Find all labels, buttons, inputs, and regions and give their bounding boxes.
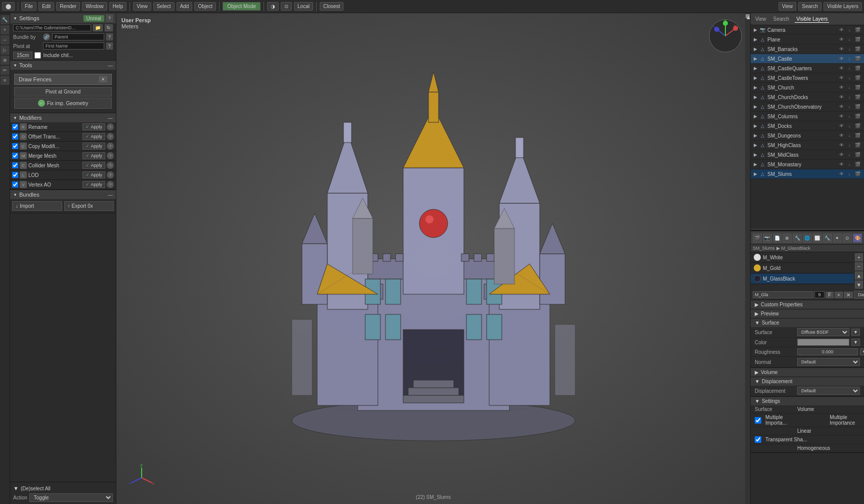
surface-header[interactable]: ▼ Surface [751,318,864,327]
plane-select-btn[interactable]: ↓ [846,36,853,43]
barracks-render-btn[interactable]: 🎬 [854,45,861,53]
castle-render-btn[interactable]: 🎬 [854,55,861,62]
roughness-input[interactable] [797,348,858,355]
custom-props-header[interactable]: ▶ Custom Properties [751,300,864,309]
edit-menu-btn[interactable]: Edit [38,2,54,11]
view-menu-btn[interactable]: View [133,2,151,11]
slums-render-btn[interactable]: 🎬 [854,170,861,177]
cd-visibility-btn[interactable]: 👁 [838,94,845,101]
cd-select-btn[interactable]: ↓ [846,94,853,101]
preview-header[interactable]: ▶ Preview [751,309,864,318]
bundles-collapse-btn[interactable]: — [108,192,113,198]
dun-render-btn[interactable]: 🎬 [854,132,861,139]
barracks-select-btn[interactable]: ↓ [846,45,853,53]
vertexao-checkbox[interactable] [12,181,18,188]
prop-output-icon-btn[interactable]: 📄 [773,234,782,243]
multiple-importance-checkbox[interactable] [755,417,761,424]
file-menu-btn[interactable]: File [21,2,36,11]
misc-icon-btn[interactable]: ≡ [1,76,10,85]
outliner-item-midclass[interactable]: ▶ △ SM_MidClass 👁 ↓ 🎬 [751,150,864,160]
docks-visibility-btn[interactable]: 👁 [838,122,845,129]
mode-selector[interactable]: Object Mode [223,2,261,11]
collider-checkbox[interactable] [12,162,18,168]
mat-add-slot-btn[interactable]: + [835,292,843,298]
co-select-btn[interactable]: ↓ [846,103,853,110]
padding-input[interactable]: 15cm [13,52,32,59]
offset-checkbox[interactable] [12,133,18,140]
transparent-sha-checkbox[interactable] [755,436,761,443]
copy-help-btn[interactable]: ? [107,143,114,150]
slums-visibility-btn[interactable]: 👁 [838,170,845,177]
window-menu-btn[interactable]: Window [82,2,107,11]
action-select[interactable]: Toggle [29,493,113,502]
docks-render-btn[interactable]: 🎬 [854,122,861,129]
mc-render-btn[interactable]: 🎬 [854,151,861,158]
vertexao-apply-btn[interactable]: ✓ Apply [82,181,105,188]
outliner-item-castletowers[interactable]: ▶ △ SM_CastleTowers 👁 ↓ 🎬 [751,73,864,83]
pivot-help-btn[interactable]: ? [106,42,113,50]
relations-icon-btn[interactable]: ↔ [1,35,10,44]
prop-physics-icon-btn[interactable]: ⊙ [843,234,852,243]
mat-remove-btn[interactable]: − [855,262,863,270]
slums-select-btn[interactable]: ↓ [846,170,853,177]
lod-checkbox[interactable] [12,172,18,178]
dun-select-btn[interactable]: ↓ [846,132,853,139]
docks-select-btn[interactable]: ↓ [846,122,853,129]
outliner-item-churchobs[interactable]: ▶ △ SM_ChurchObservatory 👁 ↓ 🎬 [751,102,864,112]
merge-checkbox[interactable] [12,153,18,159]
mat-type-select[interactable]: Data [854,291,864,299]
col-render-btn[interactable]: 🎬 [854,113,861,120]
copy-apply-btn[interactable]: ✓ Apply [82,143,105,150]
copy-checkbox[interactable] [12,143,18,149]
outliner-item-dungeons[interactable]: ▶ △ SM_Dungeons 👁 ↓ 🎬 [751,131,864,141]
path-browse-btn[interactable]: 📁 [93,24,103,31]
tools-header[interactable]: ▼ Tools — [10,61,116,70]
mat-scroll-up-btn[interactable]: ▲ [855,271,863,280]
object-menu-btn[interactable]: Object [194,2,216,11]
surface-value-select[interactable]: Diffuse BSDF [797,328,849,336]
collider-help-btn[interactable]: ? [107,162,114,169]
camera-visibility-btn[interactable]: 👁 [838,26,845,33]
settings-help-btn[interactable]: ? [106,15,113,22]
viewport-3d[interactable] [116,13,750,504]
collider-apply-btn[interactable]: ✓ Apply [82,162,105,169]
cq-render-btn[interactable]: 🎬 [854,65,861,72]
volume-header[interactable]: ▶ Volume [751,368,864,377]
snap-btn[interactable]: Closest [320,2,343,11]
castle-select-btn[interactable]: ↓ [846,55,853,62]
select-menu-btn[interactable]: Select [153,2,175,11]
outliner-item-castle[interactable]: ▶ △ SM_Castle 👁 ↓ 🎬 [751,54,864,64]
material-mwhite[interactable]: M_White [751,252,854,263]
mat-selector-input[interactable] [753,291,813,298]
church-visibility-btn[interactable]: 👁 [838,84,845,91]
lod-apply-btn[interactable]: ✓ Apply [82,171,105,178]
mat-remove-slot-btn[interactable]: ✕ [844,292,853,298]
visible-layers-btn[interactable]: Visible Layers [824,2,862,11]
add-menu-btn[interactable]: Add [177,2,193,11]
offset-apply-btn[interactable]: ✓ Apply [82,133,105,140]
prop-viewlayer-icon-btn[interactable]: ⊕ [783,234,792,243]
help-menu-btn[interactable]: Help [109,2,127,11]
camera-select-btn[interactable]: ↓ [846,26,853,33]
draw-fences-btn[interactable]: Draw Fences ✕ [14,74,112,85]
prop-render-icon-btn[interactable]: 📷 [763,234,772,243]
draw-fences-close-btn[interactable]: ✕ [99,76,107,82]
castle-visibility-btn[interactable]: 👁 [838,55,845,62]
material-mglassblack[interactable]: M_GlassBlack [751,273,854,284]
nav-gizmo-svg[interactable]: X Y Z [708,18,743,54]
physics-icon-btn[interactable]: ⊕ [1,56,10,65]
fix-geometry-btn[interactable]: ✓ Fix imp. Geometry [14,98,112,109]
mat-scroll-down-btn[interactable]: ▼ [855,281,863,289]
displacement-value-select[interactable]: Default [797,387,860,395]
prop-modifier-icon-btn[interactable]: 🔧 [823,234,832,243]
material-mgold[interactable]: M_Gold [751,263,854,273]
rename-apply-btn[interactable]: ✓ Apply [82,123,105,130]
export-btn[interactable]: ↑ Export 0x [64,201,114,211]
mon-render-btn[interactable]: 🎬 [854,161,861,168]
normal-value-select[interactable]: Default [797,358,860,366]
hc-render-btn[interactable]: 🎬 [854,142,861,149]
pivot-at-ground-label[interactable]: Pivot at Ground [14,87,112,97]
lod-help-btn[interactable]: ? [107,171,114,178]
cd-render-btn[interactable]: 🎬 [854,94,861,101]
render-menu-btn[interactable]: Render [56,2,80,11]
